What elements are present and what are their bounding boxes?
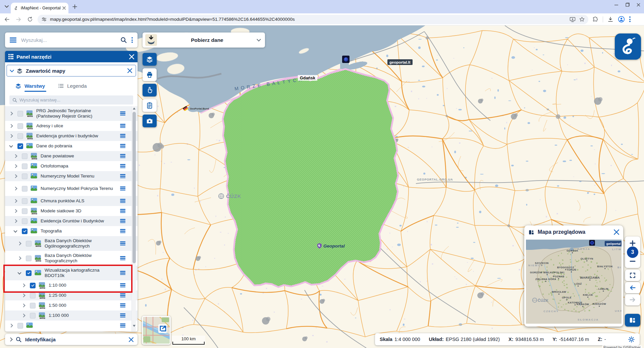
fullscreen-button[interactable]	[625, 270, 640, 281]
map-content-header[interactable]: Zawartość mapy	[6, 65, 136, 77]
layer-menu-icon[interactable]	[120, 293, 125, 298]
layer-menu-icon[interactable]	[120, 123, 125, 129]
expand-icon[interactable]	[17, 241, 21, 245]
forward-icon[interactable]	[14, 15, 23, 24]
layer-row[interactable]: wmsAdresy i ulice	[5, 121, 138, 131]
expand-icon[interactable]	[13, 187, 17, 190]
tab-legenda[interactable]: Legenda	[58, 80, 87, 91]
search-options-icon[interactable]	[131, 36, 133, 44]
map-content-close-icon[interactable]	[127, 68, 132, 73]
layer-checkbox[interactable]	[17, 143, 23, 149]
tab-close-icon[interactable]	[62, 6, 66, 10]
expand-icon[interactable]	[13, 209, 17, 213]
layer-menu-icon[interactable]	[120, 323, 125, 329]
new-tab-button[interactable]	[72, 4, 78, 10]
download-data-dropdown[interactable]: Pobierz dane	[143, 32, 265, 48]
layer-menu-icon[interactable]	[120, 283, 125, 288]
expand-icon[interactable]	[13, 154, 17, 158]
layer-checkbox[interactable]	[17, 123, 23, 129]
layer-menu-icon[interactable]	[120, 186, 125, 192]
layer-menu-icon[interactable]	[120, 208, 125, 214]
layer-menu-icon[interactable]	[120, 163, 125, 169]
tab-search-icon[interactable]	[3, 3, 10, 10]
main-menu-icon[interactable]	[10, 36, 16, 44]
layer-menu-icon[interactable]	[120, 241, 125, 247]
collapse-icon[interactable]	[9, 144, 13, 147]
panel-header[interactable]: Panel narzędzi	[5, 51, 138, 62]
settings-gear-icon[interactable]	[628, 336, 635, 343]
reload-icon[interactable]	[25, 15, 34, 24]
layer-row[interactable]: wmsBaza Danych Obiektów Topograficznych	[5, 251, 138, 266]
layers-tool-button[interactable]	[143, 53, 157, 66]
collapse-icon[interactable]	[17, 271, 21, 274]
install-app-icon[interactable]	[570, 16, 576, 22]
layer-row[interactable]: wms1:10 000	[5, 280, 138, 290]
layer-checkbox[interactable]	[26, 270, 32, 276]
history-back-button[interactable]	[625, 282, 640, 293]
search-input[interactable]	[21, 37, 116, 43]
layer-search-input[interactable]	[19, 97, 130, 102]
layer-row[interactable]: wmsEwidencja gruntów i budynków	[5, 131, 138, 141]
scroll-up-icon[interactable]	[133, 108, 136, 110]
profile-avatar[interactable]	[618, 16, 625, 23]
bookmark-star-icon[interactable]	[579, 16, 585, 22]
layer-row[interactable]: wmsPRG Jednostki Terytorialne (Państwowy…	[5, 106, 138, 121]
gispartner-link[interactable]: GISPartner	[623, 345, 641, 348]
scrollbar-thumb[interactable]	[132, 112, 136, 263]
window-maximize-button[interactable]	[625, 3, 630, 7]
expand-icon[interactable]	[13, 219, 17, 223]
basemap-switcher[interactable]	[142, 316, 171, 345]
expand-icon[interactable]	[8, 337, 13, 342]
layer-checkbox[interactable]	[30, 313, 36, 319]
layer-menu-icon[interactable]	[120, 143, 125, 149]
layer-row[interactable]: Topografia	[5, 226, 138, 236]
layer-checkbox[interactable]	[22, 173, 28, 179]
expand-icon[interactable]	[9, 124, 13, 128]
layer-checkbox[interactable]	[30, 293, 36, 298]
geoportal-logo-button[interactable]	[615, 33, 641, 60]
downloads-icon[interactable]	[607, 16, 613, 22]
url-text[interactable]: mapy.geoportal.gov.pl/imapnext/imap/inde…	[50, 17, 566, 22]
layer-checkbox[interactable]	[22, 186, 28, 192]
layer-row[interactable]: Wizualizacja kartograficzna BDOT10k	[5, 266, 138, 280]
layer-checkbox[interactable]	[26, 256, 32, 261]
overview-map-toggle-button[interactable]	[625, 314, 640, 327]
window-close-button[interactable]	[636, 3, 641, 7]
expand-icon[interactable]	[13, 199, 17, 203]
layer-row[interactable]: wmsDane powiatowe	[5, 151, 138, 161]
layer-menu-icon[interactable]	[120, 133, 125, 139]
layer-row[interactable]: Numeryczny Model Terenu	[5, 171, 138, 181]
layer-checkbox[interactable]	[17, 111, 23, 117]
layer-row[interactable]: Numeryczny Model Pokrycia Terenu	[5, 181, 138, 196]
report-tool-button[interactable]	[143, 99, 157, 112]
scroll-down-icon[interactable]	[133, 325, 136, 327]
layer-checkbox[interactable]	[22, 218, 28, 224]
layer-row[interactable]: wms1:100 000	[5, 310, 138, 321]
poland-download-extent[interactable]	[223, 69, 398, 287]
layer-row[interactable]	[5, 321, 138, 331]
layer-checkbox[interactable]	[30, 283, 36, 288]
layer-list-scrollbar[interactable]	[131, 106, 136, 332]
layer-row[interactable]: Ewidencja Gruntów i Budynków	[5, 216, 138, 226]
back-icon[interactable]	[3, 15, 11, 24]
layer-row[interactable]: wmsModele siatkowe 3D	[5, 206, 138, 216]
layer-row[interactable]: Dane do pobrania	[5, 141, 138, 151]
select-tool-button[interactable]	[143, 84, 157, 96]
expand-icon[interactable]	[9, 134, 13, 138]
collapse-icon[interactable]	[10, 68, 14, 72]
layer-checkbox[interactable]	[22, 228, 28, 234]
expand-icon[interactable]	[21, 293, 25, 297]
expand-icon[interactable]	[21, 283, 25, 287]
layer-checkbox[interactable]	[30, 303, 36, 308]
layer-search-field[interactable]	[9, 95, 133, 105]
collapse-icon[interactable]	[13, 229, 17, 232]
screenshot-tool-button[interactable]	[143, 115, 157, 127]
layer-checkbox[interactable]	[22, 208, 28, 214]
extensions-icon[interactable]	[592, 16, 598, 22]
layer-row[interactable]: wms1:50 000	[5, 300, 138, 310]
expand-icon[interactable]	[21, 303, 25, 307]
zoom-out-icon[interactable]	[630, 258, 636, 264]
identify-panel[interactable]: Identyfikacja	[5, 334, 138, 345]
layer-menu-icon[interactable]	[120, 270, 125, 276]
history-forward-button[interactable]	[625, 294, 640, 305]
